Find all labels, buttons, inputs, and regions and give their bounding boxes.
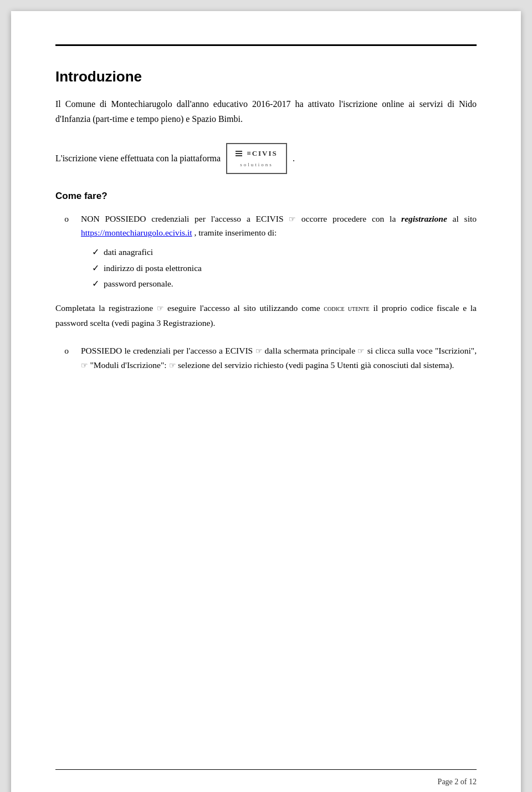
page-title: Introduzione	[55, 68, 477, 85]
checklist-item-2: ✓ indirizzo di posta elettronica	[92, 260, 477, 277]
come-fare-subtitle: Come fare?	[55, 191, 477, 202]
checklist-item-3: ✓ password personale.	[92, 276, 477, 292]
civis-brand-text: ≡CIVIS	[247, 147, 278, 160]
bullet2-text5: selezione del servizio richiesto (vedi p…	[178, 360, 454, 370]
checklist-label-1: dati anagrafici	[104, 244, 153, 260]
page-footer: Page 2 of 12	[438, 778, 477, 786]
bullet1-link[interactable]: https://montechiarugolo.ecivis.it	[81, 228, 192, 237]
bullet1-text3: al sito	[453, 214, 477, 223]
bullet1-arrow: ☞	[289, 215, 301, 223]
platform-line: L'iscrizione viene effettuata con la pia…	[55, 143, 477, 173]
completion-text1: Completata la registrazione	[55, 303, 157, 313]
bottom-border	[55, 769, 477, 770]
bullet2-text1: POSSIEDO le credenziali per l'accesso a …	[81, 346, 255, 355]
bullet-marker-1: o	[55, 212, 78, 226]
bullet-item-1: o NON POSSIEDO credenziali per l'accesso…	[55, 212, 477, 293]
completion-text2: eseguire l'accesso al sito utilizzando c…	[167, 303, 324, 313]
bullet2-text4: "Moduli d'Iscrizione":	[90, 360, 169, 370]
civis-line-1	[236, 151, 242, 152]
top-border	[55, 44, 477, 46]
civis-logo-brand: ≡CIVIS	[236, 147, 278, 160]
completion-paragraph: Completata la registrazione ☞ eseguire l…	[55, 301, 477, 330]
bullet2-arrow1: ☞	[255, 347, 265, 355]
bullet1-text1: NON POSSIEDO credenziali per l'accesso a…	[81, 214, 289, 223]
checklist-item-1: ✓ dati anagrafici	[92, 244, 477, 260]
completion-small-caps: codice utente	[324, 304, 369, 313]
completion-arrow: ☞	[157, 304, 167, 313]
civis-lines-icon	[236, 151, 242, 156]
bullet-section-1: o NON POSSIEDO credenziali per l'accesso…	[55, 212, 477, 372]
checklist-label-2: indirizzo di posta elettronica	[104, 260, 202, 276]
bullet-marker-2: o	[55, 344, 78, 358]
bullet2-text2: dalla schermata principale	[264, 346, 357, 355]
page-container: Introduzione Il Comune di Montechiarugol…	[11, 11, 521, 792]
civis-logo-sub: solutions	[240, 161, 273, 169]
bullet2-text3: si clicca sulla voce "Iscrizioni",	[367, 346, 477, 355]
platform-prefix: L'iscrizione viene effettuata con la pia…	[55, 151, 221, 166]
bullet2-arrow3: ☞	[81, 361, 90, 370]
bullet1-bold-italic: registrazione	[401, 214, 447, 223]
bullet1-text2: occorre procedere con la	[301, 214, 401, 223]
page-number: Page 2 of 12	[438, 778, 477, 786]
bullet-content-1: NON POSSIEDO credenziali per l'accesso a…	[81, 212, 477, 293]
bullet2-arrow4: ☞	[169, 361, 178, 370]
civis-line-3	[236, 155, 242, 156]
bullet2-arrow2: ☞	[357, 347, 365, 355]
bullet-item-2: o POSSIEDO le credenziali per l'accesso …	[55, 344, 477, 372]
check-icon-1: ✓	[92, 244, 99, 260]
bullet-content-2: POSSIEDO le credenziali per l'accesso a …	[81, 344, 477, 372]
checklist-1: ✓ dati anagrafici ✓ indirizzo di posta e…	[92, 244, 477, 292]
civis-logo: ≡CIVIS solutions	[226, 143, 287, 173]
civis-line-2	[236, 153, 242, 154]
check-icon-2: ✓	[92, 260, 99, 277]
intro-paragraph: Il Comune di Montechiarugolo dall'anno e…	[55, 96, 477, 126]
platform-suffix: .	[293, 151, 295, 166]
checklist-label-3: password personale.	[104, 276, 173, 292]
bullet1-text4: , tramite inserimento di:	[194, 228, 277, 237]
check-icon-3: ✓	[92, 276, 99, 292]
